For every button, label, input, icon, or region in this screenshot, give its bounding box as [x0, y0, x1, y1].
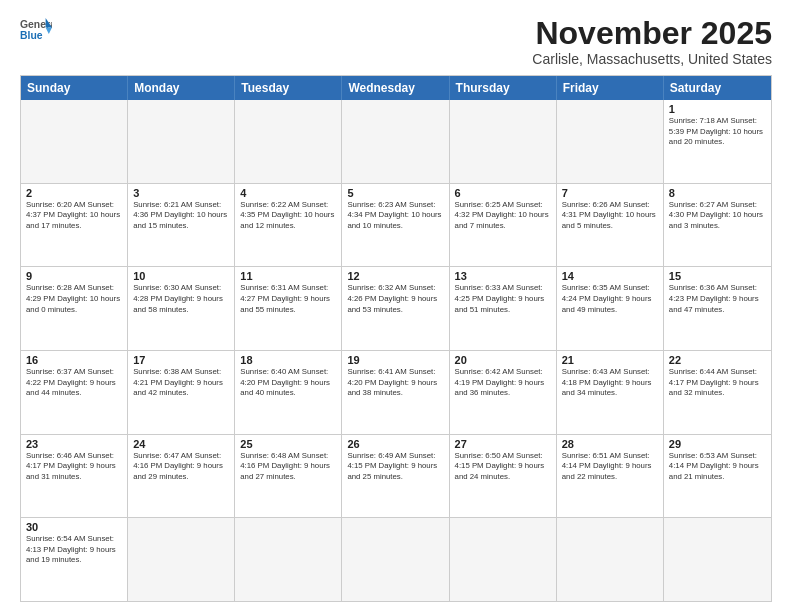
calendar-cell: 27Sunrise: 6:50 AM Sunset: 4:15 PM Dayli…	[450, 435, 557, 518]
day-info: Sunrise: 6:40 AM Sunset: 4:20 PM Dayligh…	[240, 367, 336, 399]
calendar-cell: 15Sunrise: 6:36 AM Sunset: 4:23 PM Dayli…	[664, 267, 771, 350]
day-number: 25	[240, 438, 336, 450]
day-number: 18	[240, 354, 336, 366]
day-info: Sunrise: 6:38 AM Sunset: 4:21 PM Dayligh…	[133, 367, 229, 399]
calendar-cell: 3Sunrise: 6:21 AM Sunset: 4:36 PM Daylig…	[128, 184, 235, 267]
calendar-header-row: SundayMondayTuesdayWednesdayThursdayFrid…	[21, 76, 771, 100]
day-info: Sunrise: 6:48 AM Sunset: 4:16 PM Dayligh…	[240, 451, 336, 483]
calendar-cell: 11Sunrise: 6:31 AM Sunset: 4:27 PM Dayli…	[235, 267, 342, 350]
day-number: 1	[669, 103, 766, 115]
day-number: 28	[562, 438, 658, 450]
day-number: 5	[347, 187, 443, 199]
day-info: Sunrise: 6:44 AM Sunset: 4:17 PM Dayligh…	[669, 367, 766, 399]
day-info: Sunrise: 6:21 AM Sunset: 4:36 PM Dayligh…	[133, 200, 229, 232]
svg-text:Blue: Blue	[20, 30, 43, 41]
calendar-cell	[235, 100, 342, 183]
day-number: 3	[133, 187, 229, 199]
calendar-week-4: 16Sunrise: 6:37 AM Sunset: 4:22 PM Dayli…	[21, 351, 771, 435]
page: General Blue November 2025 Carlisle, Mas…	[0, 0, 792, 612]
calendar-cell: 1Sunrise: 7:18 AM Sunset: 5:39 PM Daylig…	[664, 100, 771, 183]
day-number: 13	[455, 270, 551, 282]
day-info: Sunrise: 6:54 AM Sunset: 4:13 PM Dayligh…	[26, 534, 122, 566]
calendar-week-2: 2Sunrise: 6:20 AM Sunset: 4:37 PM Daylig…	[21, 184, 771, 268]
day-number: 26	[347, 438, 443, 450]
calendar-cell: 23Sunrise: 6:46 AM Sunset: 4:17 PM Dayli…	[21, 435, 128, 518]
day-info: Sunrise: 6:46 AM Sunset: 4:17 PM Dayligh…	[26, 451, 122, 483]
day-info: Sunrise: 6:50 AM Sunset: 4:15 PM Dayligh…	[455, 451, 551, 483]
calendar-week-3: 9Sunrise: 6:28 AM Sunset: 4:29 PM Daylig…	[21, 267, 771, 351]
header: General Blue November 2025 Carlisle, Mas…	[20, 16, 772, 67]
calendar-cell	[664, 518, 771, 601]
calendar-cell: 13Sunrise: 6:33 AM Sunset: 4:25 PM Dayli…	[450, 267, 557, 350]
calendar-cell: 17Sunrise: 6:38 AM Sunset: 4:21 PM Dayli…	[128, 351, 235, 434]
day-info: Sunrise: 6:43 AM Sunset: 4:18 PM Dayligh…	[562, 367, 658, 399]
header-day-thursday: Thursday	[450, 76, 557, 100]
day-info: Sunrise: 6:53 AM Sunset: 4:14 PM Dayligh…	[669, 451, 766, 483]
title-block: November 2025 Carlisle, Massachusetts, U…	[532, 16, 772, 67]
day-info: Sunrise: 6:47 AM Sunset: 4:16 PM Dayligh…	[133, 451, 229, 483]
calendar-cell: 5Sunrise: 6:23 AM Sunset: 4:34 PM Daylig…	[342, 184, 449, 267]
calendar-week-1: 1Sunrise: 7:18 AM Sunset: 5:39 PM Daylig…	[21, 100, 771, 184]
calendar-cell	[450, 100, 557, 183]
day-info: Sunrise: 6:51 AM Sunset: 4:14 PM Dayligh…	[562, 451, 658, 483]
calendar-cell: 4Sunrise: 6:22 AM Sunset: 4:35 PM Daylig…	[235, 184, 342, 267]
day-info: Sunrise: 6:49 AM Sunset: 4:15 PM Dayligh…	[347, 451, 443, 483]
calendar-cell: 30Sunrise: 6:54 AM Sunset: 4:13 PM Dayli…	[21, 518, 128, 601]
calendar-cell	[21, 100, 128, 183]
day-number: 22	[669, 354, 766, 366]
location-subtitle: Carlisle, Massachusetts, United States	[532, 51, 772, 67]
calendar: SundayMondayTuesdayWednesdayThursdayFrid…	[20, 75, 772, 602]
calendar-cell	[557, 100, 664, 183]
day-info: Sunrise: 6:30 AM Sunset: 4:28 PM Dayligh…	[133, 283, 229, 315]
calendar-cell: 20Sunrise: 6:42 AM Sunset: 4:19 PM Dayli…	[450, 351, 557, 434]
day-number: 16	[26, 354, 122, 366]
day-number: 21	[562, 354, 658, 366]
day-info: Sunrise: 6:23 AM Sunset: 4:34 PM Dayligh…	[347, 200, 443, 232]
calendar-cell	[342, 100, 449, 183]
day-number: 11	[240, 270, 336, 282]
calendar-cell	[128, 100, 235, 183]
calendar-cell: 29Sunrise: 6:53 AM Sunset: 4:14 PM Dayli…	[664, 435, 771, 518]
day-number: 2	[26, 187, 122, 199]
calendar-cell: 18Sunrise: 6:40 AM Sunset: 4:20 PM Dayli…	[235, 351, 342, 434]
calendar-cell: 2Sunrise: 6:20 AM Sunset: 4:37 PM Daylig…	[21, 184, 128, 267]
day-info: Sunrise: 6:31 AM Sunset: 4:27 PM Dayligh…	[240, 283, 336, 315]
day-info: Sunrise: 6:32 AM Sunset: 4:26 PM Dayligh…	[347, 283, 443, 315]
day-number: 17	[133, 354, 229, 366]
header-day-friday: Friday	[557, 76, 664, 100]
calendar-cell	[557, 518, 664, 601]
day-info: Sunrise: 6:28 AM Sunset: 4:29 PM Dayligh…	[26, 283, 122, 315]
day-info: Sunrise: 6:42 AM Sunset: 4:19 PM Dayligh…	[455, 367, 551, 399]
header-day-tuesday: Tuesday	[235, 76, 342, 100]
calendar-cell: 14Sunrise: 6:35 AM Sunset: 4:24 PM Dayli…	[557, 267, 664, 350]
calendar-cell: 9Sunrise: 6:28 AM Sunset: 4:29 PM Daylig…	[21, 267, 128, 350]
day-number: 7	[562, 187, 658, 199]
calendar-cell: 25Sunrise: 6:48 AM Sunset: 4:16 PM Dayli…	[235, 435, 342, 518]
calendar-cell: 6Sunrise: 6:25 AM Sunset: 4:32 PM Daylig…	[450, 184, 557, 267]
day-number: 6	[455, 187, 551, 199]
header-day-monday: Monday	[128, 76, 235, 100]
day-info: Sunrise: 6:36 AM Sunset: 4:23 PM Dayligh…	[669, 283, 766, 315]
day-info: Sunrise: 6:41 AM Sunset: 4:20 PM Dayligh…	[347, 367, 443, 399]
day-info: Sunrise: 6:37 AM Sunset: 4:22 PM Dayligh…	[26, 367, 122, 399]
calendar-cell: 28Sunrise: 6:51 AM Sunset: 4:14 PM Dayli…	[557, 435, 664, 518]
day-info: Sunrise: 6:26 AM Sunset: 4:31 PM Dayligh…	[562, 200, 658, 232]
day-number: 12	[347, 270, 443, 282]
day-number: 27	[455, 438, 551, 450]
day-info: Sunrise: 6:35 AM Sunset: 4:24 PM Dayligh…	[562, 283, 658, 315]
header-day-saturday: Saturday	[664, 76, 771, 100]
generalblue-logo-icon: General Blue	[20, 16, 52, 44]
day-number: 29	[669, 438, 766, 450]
calendar-cell: 24Sunrise: 6:47 AM Sunset: 4:16 PM Dayli…	[128, 435, 235, 518]
day-number: 15	[669, 270, 766, 282]
calendar-cell: 8Sunrise: 6:27 AM Sunset: 4:30 PM Daylig…	[664, 184, 771, 267]
calendar-cell	[450, 518, 557, 601]
day-info: Sunrise: 6:27 AM Sunset: 4:30 PM Dayligh…	[669, 200, 766, 232]
day-number: 8	[669, 187, 766, 199]
calendar-cell: 26Sunrise: 6:49 AM Sunset: 4:15 PM Dayli…	[342, 435, 449, 518]
day-number: 30	[26, 521, 122, 533]
header-day-wednesday: Wednesday	[342, 76, 449, 100]
calendar-cell	[235, 518, 342, 601]
calendar-cell: 21Sunrise: 6:43 AM Sunset: 4:18 PM Dayli…	[557, 351, 664, 434]
month-title: November 2025	[532, 16, 772, 51]
